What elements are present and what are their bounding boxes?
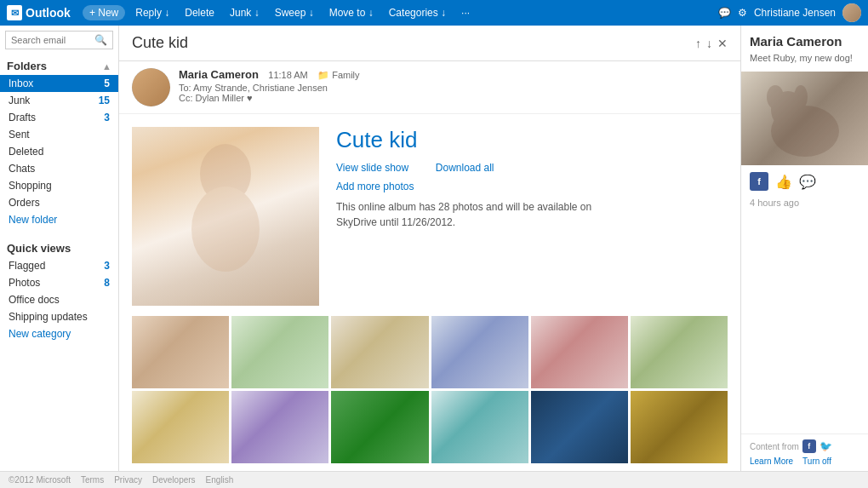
chat-icon[interactable]: 💬: [718, 7, 731, 19]
photo-row-1: [132, 316, 728, 388]
sidebar-item-junk[interactable]: Junk 15: [0, 92, 118, 109]
email-cc-line: Cc: Dylan Miller ♥: [179, 93, 728, 103]
search-input[interactable]: [11, 35, 94, 45]
footer-developers[interactable]: Developers: [152, 475, 196, 485]
email-add-photos: Add more photos: [336, 181, 728, 192]
turn-off-link[interactable]: Turn off: [802, 456, 831, 466]
main-area: 🔍 Folders ▲ Inbox 5 Junk 15 Drafts 3 Sen…: [0, 26, 868, 471]
email-header: Cute kid ↑ ↓ ✕: [119, 26, 740, 61]
delete-button[interactable]: Delete: [180, 5, 220, 20]
time-ago: 4 hours ago: [741, 198, 868, 208]
new-category-link[interactable]: New category: [0, 325, 118, 342]
more-button[interactable]: ···: [456, 5, 475, 20]
email-actions: ↑ ↓ ✕: [695, 37, 728, 50]
quick-views-header: Quick views: [0, 237, 118, 257]
scroll-up-icon[interactable]: ↑: [695, 37, 701, 50]
svg-point-4: [767, 85, 784, 109]
photo-thumb-12[interactable]: [631, 391, 728, 463]
app-footer: ©2012 Microsoft Terms Privacy Developers…: [0, 471, 868, 488]
sidebar-item-sent[interactable]: Sent: [0, 126, 118, 143]
contact-caption: Meet Ruby, my new dog!: [750, 53, 859, 63]
photo-thumb-6[interactable]: [631, 316, 728, 388]
email-family-tag: 📁 Family: [317, 70, 359, 80]
sender-name: Maria Cameron: [179, 68, 259, 81]
new-button[interactable]: + New: [83, 5, 125, 20]
download-all-link[interactable]: Download all: [436, 162, 494, 174]
folders-collapse-icon[interactable]: ▲: [102, 61, 111, 72]
sidebar-item-photos[interactable]: Photos 8: [0, 274, 118, 291]
close-email-icon[interactable]: ✕: [717, 37, 728, 50]
svg-point-1: [191, 187, 260, 272]
photo-thumb-9[interactable]: [331, 391, 428, 463]
learn-more-link[interactable]: Learn More: [750, 456, 793, 466]
app-name: Outlook: [26, 6, 71, 20]
sender-line: Maria Cameron 11:18 AM 📁 Family: [179, 68, 728, 81]
search-icon: 🔍: [94, 34, 107, 46]
app-brand: ✉ Outlook: [7, 5, 71, 20]
sidebar-item-drafts[interactable]: Drafts 3: [0, 109, 118, 126]
view-slideshow-link[interactable]: View slide show: [336, 162, 408, 174]
facebook-icon[interactable]: f: [750, 172, 768, 191]
footer-privacy[interactable]: Privacy: [114, 475, 142, 485]
comment-icon[interactable]: 💬: [799, 174, 816, 190]
right-panel-social: f 👍 💬: [741, 165, 868, 198]
photo-thumb-3[interactable]: [331, 316, 428, 388]
sidebar-item-deleted[interactable]: Deleted: [0, 143, 118, 160]
main-photo: [132, 127, 319, 306]
new-folder-link[interactable]: New folder: [0, 211, 118, 228]
photo-thumb-7[interactable]: [132, 391, 229, 463]
email-links: View slide show Download all: [336, 162, 728, 174]
footer-label: Content from: [750, 442, 799, 451]
like-icon[interactable]: 👍: [775, 174, 792, 190]
email-to-line: To: Amy Strande, Christiane Jensen: [179, 83, 728, 93]
email-time: 11:18 AM: [268, 70, 307, 80]
photo-thumb-8[interactable]: [231, 391, 328, 463]
email-text-section: Cute kid View slide show Download all Ad…: [336, 127, 728, 306]
footer-twitter-icon: 🐦: [819, 440, 832, 452]
email-subject-large: Cute kid: [336, 127, 728, 153]
child-photo-image: [132, 127, 319, 306]
email-description: This online album has 28 photos and will…: [336, 199, 728, 230]
footer-terms[interactable]: Terms: [81, 475, 104, 485]
settings-icon[interactable]: ⚙: [738, 7, 747, 19]
user-name: Christiane Jensen: [754, 7, 836, 19]
email-body: Cute kid View slide show Download all Ad…: [119, 114, 740, 471]
photo-thumb-1[interactable]: [132, 316, 229, 388]
photo-thumb-4[interactable]: [431, 316, 528, 388]
contact-name: Maria Cameron: [750, 34, 859, 49]
sidebar-item-flagged[interactable]: Flagged 3: [0, 257, 118, 274]
content-area: Cute kid ↑ ↓ ✕ Maria Cameron 11:18 AM 📁 …: [119, 26, 740, 471]
sidebar-item-shopping[interactable]: Shopping: [0, 177, 118, 194]
sidebar-item-inbox[interactable]: Inbox 5: [0, 75, 118, 92]
add-photos-link[interactable]: Add more photos: [336, 181, 414, 192]
folders-title: Folders: [7, 60, 47, 72]
search-box[interactable]: 🔍: [5, 31, 113, 49]
footer-language[interactable]: English: [206, 475, 234, 485]
avatar[interactable]: [842, 3, 861, 22]
footer-links: Learn More Turn off: [750, 456, 859, 466]
categories-button[interactable]: Categories ↓: [384, 5, 451, 20]
photo-thumb-2[interactable]: [231, 316, 328, 388]
sidebar-item-orders[interactable]: Orders: [0, 194, 118, 211]
photo-grid: [132, 316, 728, 463]
sidebar-item-chats[interactable]: Chats: [0, 160, 118, 177]
sidebar-item-office-docs[interactable]: Office docs: [0, 291, 118, 308]
sidebar-item-shipping[interactable]: Shipping updates: [0, 308, 118, 325]
reply-button[interactable]: Reply ↓: [130, 5, 174, 20]
folders-header: Folders ▲: [0, 55, 118, 75]
email-title: Cute kid: [132, 34, 188, 52]
photo-row-2: [132, 391, 728, 463]
move-to-button[interactable]: Move to ↓: [324, 5, 379, 20]
junk-button[interactable]: Junk ↓: [225, 5, 265, 20]
email-meta: Maria Cameron 11:18 AM 📁 Family To: Amy …: [119, 61, 740, 114]
photo-thumb-11[interactable]: [531, 391, 628, 463]
email-meta-info: Maria Cameron 11:18 AM 📁 Family To: Amy …: [179, 68, 728, 103]
scroll-down-icon[interactable]: ↓: [706, 37, 712, 50]
sweep-button[interactable]: Sweep ↓: [270, 5, 319, 20]
right-panel: Maria Cameron Meet Ruby, my new dog! f 👍…: [740, 26, 868, 471]
right-panel-header: Maria Cameron Meet Ruby, my new dog!: [741, 26, 868, 72]
app-logo: ✉: [7, 5, 22, 20]
topbar-right: 💬 ⚙ Christiane Jensen: [718, 3, 861, 22]
photo-thumb-5[interactable]: [531, 316, 628, 388]
photo-thumb-10[interactable]: [431, 391, 528, 463]
